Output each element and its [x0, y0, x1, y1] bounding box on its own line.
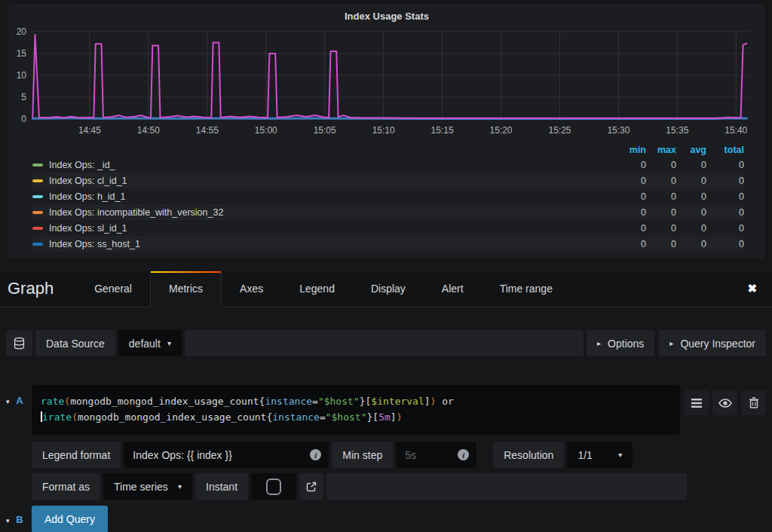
series-color-swatch[interactable]	[32, 211, 43, 214]
series-color-swatch[interactable]	[32, 243, 43, 246]
min-step-field: i	[396, 442, 476, 468]
code-token-paren: (	[72, 411, 78, 423]
format-as-select[interactable]: Time series ▾	[103, 473, 192, 500]
query-b-collapse-toggle[interactable]: ▾ B	[6, 514, 32, 525]
options-button[interactable]: ▸ Options	[587, 330, 654, 356]
legend-value: 0	[706, 223, 744, 234]
tab-legend[interactable]: Legend	[281, 271, 353, 307]
code-token-base: mongodb_mongod_index_usage_count{	[78, 411, 272, 423]
legend-col-min[interactable]: min	[616, 145, 646, 155]
legend-value: 0	[676, 176, 706, 186]
datasource-select[interactable]: default ▾	[118, 330, 182, 356]
datasource-label: Data Source	[35, 330, 115, 356]
tab-time-range[interactable]: Time range	[482, 271, 571, 307]
series-name[interactable]: Index Ops: incompatible_with_version_32	[49, 207, 223, 218]
svg-text:15:30: 15:30	[607, 125, 630, 136]
min-step-input[interactable]	[403, 448, 458, 462]
code-token-base: or	[436, 396, 453, 407]
promql-query-editor[interactable]: rate(mongodb_mongod_index_usage_count{in…	[32, 385, 680, 435]
tab-display[interactable]: Display	[353, 271, 424, 307]
legend-table: min max avg total Index Ops: _id_0000Ind…	[10, 142, 764, 252]
svg-text:15:40: 15:40	[725, 125, 747, 136]
legend-format-input[interactable]	[131, 448, 310, 462]
legend-col-total[interactable]: total	[706, 145, 744, 155]
svg-text:15:35: 15:35	[666, 125, 688, 136]
svg-text:0: 0	[21, 114, 26, 124]
chevron-down-icon: ▾	[618, 451, 622, 459]
datasource-row-filler	[185, 330, 584, 356]
info-icon: i	[310, 449, 321, 460]
query-menu-button[interactable]	[684, 390, 709, 415]
close-editor-icon[interactable]: ✖	[732, 271, 772, 307]
series-name[interactable]: Index Ops: sl_id_1	[49, 223, 127, 234]
menu-icon	[691, 398, 703, 408]
code-token-fn: irate	[42, 411, 72, 423]
grafana-panel-editor: Index Usage Stats 0510152014:4514:5014:5…	[0, 0, 772, 532]
code-token-base: ]	[424, 396, 430, 407]
chevron-down-icon: ▾	[167, 339, 171, 347]
legend-value: 0	[646, 160, 676, 170]
svg-text:15:05: 15:05	[314, 125, 336, 136]
legend-value: 0	[706, 207, 744, 218]
query-options-row-2: Format as Time series ▾ Instant	[32, 473, 766, 500]
series-color-swatch[interactable]	[32, 179, 43, 182]
code-token-paren: )	[397, 411, 403, 423]
code-token-base: mongodb_mongod_index_usage_count{	[70, 396, 265, 407]
code-token-base: =	[320, 411, 326, 423]
svg-text:10: 10	[17, 70, 27, 81]
resolution-select[interactable]: 1/1 ▾	[567, 442, 633, 468]
series-name[interactable]: Index Ops: _id_	[49, 160, 115, 170]
tab-general[interactable]: General	[76, 271, 150, 307]
legend-col-max[interactable]: max	[646, 145, 676, 155]
tab-list: GeneralMetricsAxesLegendDisplayAlertTime…	[76, 271, 571, 307]
svg-text:5: 5	[21, 92, 26, 102]
datasource-icon	[6, 330, 32, 356]
panel-editor-tabbar: Graph GeneralMetricsAxesLegendDisplayAle…	[0, 271, 772, 307]
query-b-row: ▾ B Add Query	[6, 506, 766, 532]
series-color-swatch[interactable]	[32, 195, 43, 198]
add-query-button[interactable]: Add Query	[32, 506, 108, 532]
legend-header-row: min max avg total	[32, 143, 744, 157]
svg-text:15:00: 15:00	[255, 125, 277, 136]
query-disable-button[interactable]	[712, 390, 737, 415]
explore-link-button[interactable]	[299, 473, 323, 500]
panel-title[interactable]: Index Usage Stats	[10, 9, 764, 26]
svg-text:14:55: 14:55	[196, 125, 219, 136]
graph-panel: Index Usage Stats 0510152014:4514:5014:5…	[9, 5, 764, 258]
svg-text:15:25: 15:25	[548, 125, 571, 136]
chevron-down-icon: ▾	[6, 398, 10, 405]
code-token-label: instance	[265, 396, 312, 407]
tab-alert[interactable]: Alert	[424, 271, 482, 307]
legend-value: 0	[616, 223, 646, 234]
query-a-collapse-toggle[interactable]: ▾ A	[6, 385, 32, 500]
legend-row: Index Ops: incompatible_with_version_320…	[32, 204, 744, 220]
legend-rows: Index Ops: _id_0000Index Ops: cl_id_1000…	[32, 157, 744, 252]
query-options-row-1: Legend format i Min step i Resolution 1/…	[32, 442, 766, 468]
series-name[interactable]: Index Ops: cl_id_1	[49, 176, 127, 186]
datasource-row: Data Source default ▾ ▸ Options ▸ Query …	[6, 330, 766, 356]
svg-text:15:10: 15:10	[372, 125, 395, 136]
series-color-swatch[interactable]	[32, 227, 43, 230]
code-token-fn: rate	[41, 396, 64, 407]
code-token-string: "$host"	[318, 396, 360, 407]
series-name[interactable]: Index Ops: h_id_1	[49, 191, 125, 202]
chevron-right-icon: ▸	[597, 339, 601, 347]
query-a-block: ▾ A rate(mongodb_mongod_index_usage_coun…	[6, 385, 766, 500]
time-series-chart[interactable]: 0510152014:4514:5014:5515:0015:0515:1015…	[11, 26, 765, 139]
series-color-swatch[interactable]	[32, 164, 43, 167]
legend-col-avg[interactable]: avg	[676, 145, 706, 155]
query-ref-letter: B	[16, 514, 23, 525]
code-token-base: }[	[360, 396, 372, 407]
tab-metrics[interactable]: Metrics	[150, 271, 222, 307]
query-delete-button[interactable]	[741, 390, 766, 415]
legend-value: 0	[646, 223, 676, 234]
legend-row: Index Ops: _id_0000	[32, 157, 744, 173]
legend-value: 0	[706, 239, 744, 249]
format-as-label: Format as	[32, 473, 100, 500]
query-inspector-button[interactable]: ▸ Query Inspector	[659, 330, 766, 356]
series-name[interactable]: Index Ops: ss_host_1	[49, 239, 140, 249]
tab-axes[interactable]: Axes	[222, 271, 281, 307]
instant-checkbox[interactable]	[266, 478, 281, 495]
trash-icon	[749, 397, 759, 408]
svg-text:15:20: 15:20	[490, 125, 513, 136]
